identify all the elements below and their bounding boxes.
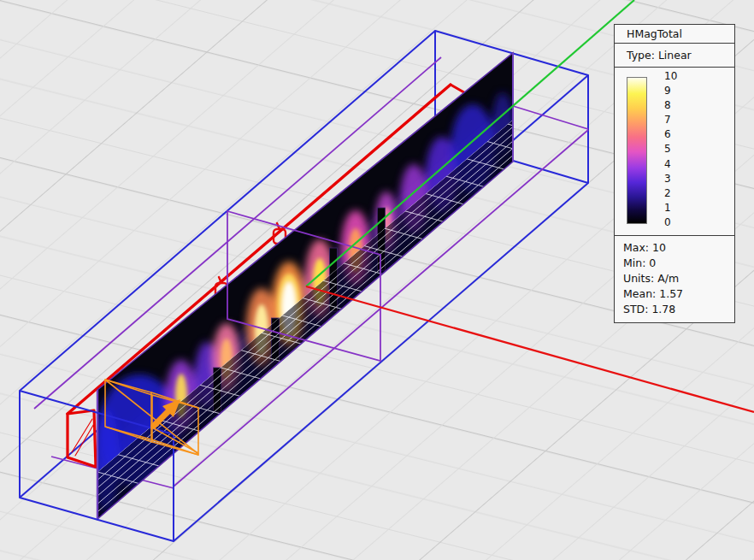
colorbar-tick: 7 <box>664 115 698 126</box>
colorbar-tick: 2 <box>664 188 698 199</box>
legend-statistics: Max: 10 Min: 0 Units: A/m Mean: 1.57 STD… <box>615 235 734 322</box>
stat-std: STD: 1.78 <box>623 302 727 317</box>
colorbar-gradient <box>627 77 647 224</box>
colorbar-tick: 3 <box>664 174 698 185</box>
color-scale-legend[interactable]: HMagTotal Type: Linear 10 9 8 7 6 5 4 3 … <box>614 24 735 323</box>
legend-scale-type: Type: Linear <box>615 43 734 67</box>
stat-max: Max: 10 <box>623 240 727 256</box>
stat-min: Min: 0 <box>623 256 727 271</box>
legend-colorbar-section: 10 9 8 7 6 5 4 3 2 1 0 <box>615 67 734 235</box>
legend-title: HMagTotal <box>615 25 734 43</box>
stat-units: Units: A/m <box>623 271 727 286</box>
colorbar-tick: 5 <box>664 144 698 155</box>
colorbar-tick: 0 <box>664 217 698 228</box>
stat-mean: Mean: 1.57 <box>623 286 727 302</box>
colorbar-tick: 1 <box>664 203 698 214</box>
colorbar-ticks: 10 9 8 7 6 5 4 3 2 1 0 <box>664 71 698 228</box>
colorbar-tick: 6 <box>664 129 698 140</box>
colorbar-tick: 9 <box>664 85 698 97</box>
colorbar-tick: 10 <box>664 71 698 82</box>
app-root: { "viewport": { "description": "3D EM fi… <box>0 0 754 560</box>
colorbar-tick: 4 <box>664 159 698 170</box>
colorbar-tick: 8 <box>664 100 698 111</box>
